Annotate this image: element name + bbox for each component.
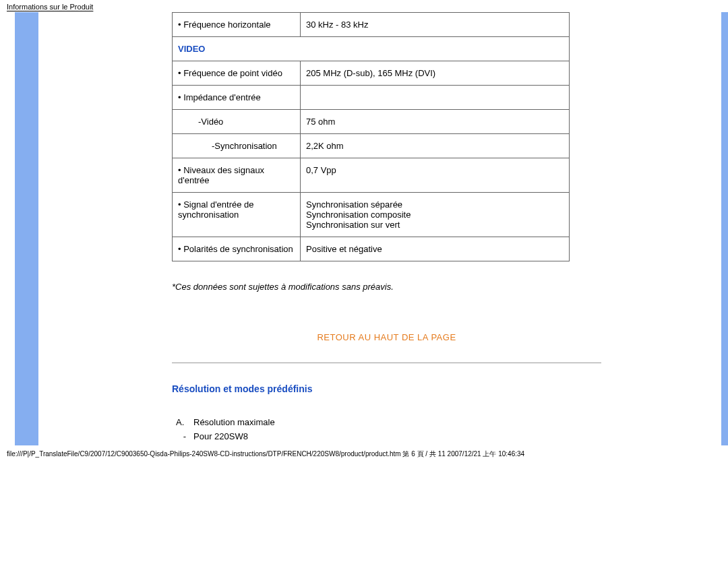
after-table-text: *Ces données sont sujettes à modificatio… <box>44 282 716 441</box>
list-text: Pour 220SW8 <box>193 431 248 441</box>
section-video-heading: VIDEO <box>178 44 205 54</box>
footer-path: file:///P|/P_TranslateFile/C9/2007/12/C9… <box>0 445 728 462</box>
table-row: • Fréquence horizontale 30 kHz - 83 kHz <box>173 13 570 37</box>
top-link-wrap: RETOUR AU HAUT DE LA PAGE <box>172 332 601 342</box>
left-stripe <box>15 12 38 445</box>
table-row: -Synchronisation 2,2K ohm <box>173 134 570 158</box>
list-item: A. Résolution maximale <box>172 417 601 427</box>
spec-value: 30 kHz - 83 kHz <box>301 13 570 37</box>
list-marker: - <box>172 431 193 441</box>
resolution-list: A. Résolution maximale - Pour 220SW8 <box>172 417 601 441</box>
spec-label: • Niveaux des signaux d'entrée <box>173 158 301 193</box>
content-area: • Fréquence horizontale 30 kHz - 83 kHz … <box>38 12 721 445</box>
right-stripe <box>721 12 728 445</box>
list-marker: A. <box>172 417 193 427</box>
list-text: Résolution maximale <box>193 417 275 427</box>
spec-value: 2,2K ohm <box>301 134 570 158</box>
spec-value <box>301 86 570 110</box>
table-row: -Vidéo 75 ohm <box>173 110 570 134</box>
spec-label: • Polarités de synchronisation <box>173 237 301 261</box>
spec-label: • Fréquence horizontale <box>173 13 301 37</box>
spec-label: • Impédance d'entrée <box>173 86 301 110</box>
back-to-top-link[interactable]: RETOUR AU HAUT DE LA PAGE <box>317 332 456 342</box>
spec-table: • Fréquence horizontale 30 kHz - 83 kHz … <box>172 12 570 261</box>
table-row: • Impédance d'entrée <box>173 86 570 110</box>
table-row: • Niveaux des signaux d'entrée 0,7 Vpp <box>173 158 570 193</box>
spec-label: • Fréquence de point vidéo <box>173 61 301 86</box>
spec-label: -Vidéo <box>173 110 301 134</box>
sub-label: -Vidéo <box>178 117 295 127</box>
spec-value: 75 ohm <box>301 110 570 134</box>
disclaimer-text: *Ces données sont sujettes à modificatio… <box>172 282 601 292</box>
spec-value: 205 MHz (D-sub), 165 MHz (DVI) <box>301 61 570 86</box>
table-row: • Signal d'entrée de synchronisation Syn… <box>173 193 570 237</box>
spec-table-wrap: • Fréquence horizontale 30 kHz - 83 kHz … <box>172 12 716 261</box>
table-section-row: VIDEO <box>173 37 570 61</box>
table-row: • Fréquence de point vidéo 205 MHz (D-su… <box>173 61 570 86</box>
spec-label: -Synchronisation <box>173 134 301 158</box>
section-cell: VIDEO <box>173 37 570 61</box>
page-header: Informations sur le Produit <box>0 0 728 12</box>
sub-label: -Synchronisation <box>178 141 295 151</box>
page-body: • Fréquence horizontale 30 kHz - 83 kHz … <box>0 12 728 445</box>
spec-value: Positive et négative <box>301 237 570 261</box>
spec-label: • Signal d'entrée de synchronisation <box>173 193 301 237</box>
table-row: • Polarités de synchronisation Positive … <box>173 237 570 261</box>
separator <box>172 363 601 363</box>
section-resolution-heading: Résolution et modes prédéfinis <box>172 383 601 394</box>
spec-value: Synchronisation séparée Synchronisation … <box>301 193 570 237</box>
spec-value: 0,7 Vpp <box>301 158 570 193</box>
list-item: - Pour 220SW8 <box>172 431 601 441</box>
